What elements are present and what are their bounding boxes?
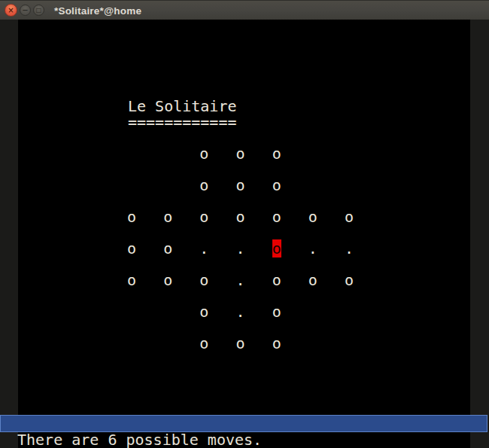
board-stone[interactable]: o: [127, 271, 136, 289]
board-hole[interactable]: .: [345, 239, 354, 258]
board-hole[interactable]: .: [236, 271, 245, 289]
board-empty: [345, 303, 354, 321]
board-empty: [308, 176, 317, 194]
maximize-icon: □: [36, 7, 42, 14]
board-empty: [127, 145, 136, 163]
board-stone[interactable]: o: [236, 145, 245, 163]
board-stone[interactable]: o: [127, 239, 136, 258]
mode-line-dashes: ---: [38, 430, 65, 432]
minimize-button[interactable]: −: [20, 5, 31, 16]
mode-line-mode: (Sol: [464, 430, 487, 432]
board-stone[interactable]: o: [272, 145, 281, 163]
board-cursor-stone[interactable]: o: [272, 239, 281, 258]
board-stone[interactable]: o: [199, 334, 208, 352]
board-stone[interactable]: o: [272, 271, 281, 289]
board-empty: [163, 303, 172, 321]
board-empty: [127, 176, 136, 194]
board-empty: [308, 334, 317, 352]
board-stone[interactable]: o: [345, 208, 354, 226]
board-stone[interactable]: o: [236, 334, 245, 352]
mode-line-status: --> There are 27 stones left <--: [166, 430, 464, 432]
board-empty: [163, 145, 172, 163]
mode-line[interactable]: ---*Solitaire* --> There are 27 stones l…: [0, 415, 487, 432]
board-empty: [127, 334, 136, 352]
board-row: o o o: [127, 336, 354, 352]
board-stone[interactable]: o: [272, 303, 281, 321]
left-scrollbar-gutter[interactable]: [0, 20, 18, 448]
board-empty: [345, 334, 354, 352]
window-title: *Solitaire*@home: [54, 1, 141, 20]
close-button[interactable]: ×: [5, 4, 17, 17]
board-stone[interactable]: o: [272, 208, 281, 226]
minimize-icon: −: [22, 6, 28, 14]
close-icon: ×: [8, 6, 14, 14]
board-stone[interactable]: o: [236, 208, 245, 226]
minibuffer-message[interactable]: There are 6 possible moves.: [17, 432, 469, 448]
board-stone[interactable]: o: [345, 271, 354, 289]
buffer-area[interactable]: [0, 20, 489, 448]
board-stone[interactable]: o: [272, 334, 281, 352]
board-row: o . o: [127, 304, 354, 320]
right-scrollbar-gutter[interactable]: [470, 20, 489, 448]
board-empty: [127, 303, 136, 321]
game-title: Le Solitaire: [128, 99, 237, 114]
board-row: o o o: [127, 178, 354, 194]
board-empty: [345, 145, 354, 163]
board-empty: [163, 176, 172, 194]
board-row: o o o . o o o: [127, 273, 354, 288]
board-hole[interactable]: .: [308, 239, 317, 258]
board-hole[interactable]: .: [236, 303, 245, 321]
board-stone[interactable]: o: [163, 239, 172, 258]
board-stone[interactable]: o: [308, 208, 317, 226]
board-empty: [308, 145, 317, 163]
board-stone[interactable]: o: [199, 176, 208, 194]
emacs-window: × − □ *Solitaire*@home Le Solitaire ====…: [0, 0, 489, 448]
board-stone[interactable]: o: [127, 208, 136, 226]
board-stone[interactable]: o: [163, 271, 172, 289]
board-empty: [308, 303, 317, 321]
board-stone[interactable]: o: [199, 271, 208, 289]
board-row: o o . . o . .: [127, 241, 354, 257]
board-stone[interactable]: o: [199, 145, 208, 163]
maximize-button[interactable]: □: [33, 5, 44, 16]
board-stone[interactable]: o: [308, 271, 317, 289]
board-stone[interactable]: o: [199, 303, 208, 321]
board-empty: [345, 176, 354, 194]
board-row: o o o: [127, 146, 354, 162]
title-bar[interactable]: × − □ *Solitaire*@home: [0, 0, 489, 20]
game-title-underline: ============: [128, 114, 237, 130]
board-hole[interactable]: .: [199, 239, 208, 258]
board-stone[interactable]: o: [272, 176, 281, 194]
board-stone[interactable]: o: [199, 208, 208, 226]
mode-line-buffer-name: *Solitaire*: [65, 430, 165, 432]
board-stone[interactable]: o: [236, 176, 245, 194]
board-row: o o o o o o o: [127, 209, 354, 225]
board-stone[interactable]: o: [163, 208, 172, 226]
board-hole[interactable]: .: [236, 239, 245, 258]
board-empty: [163, 334, 172, 352]
